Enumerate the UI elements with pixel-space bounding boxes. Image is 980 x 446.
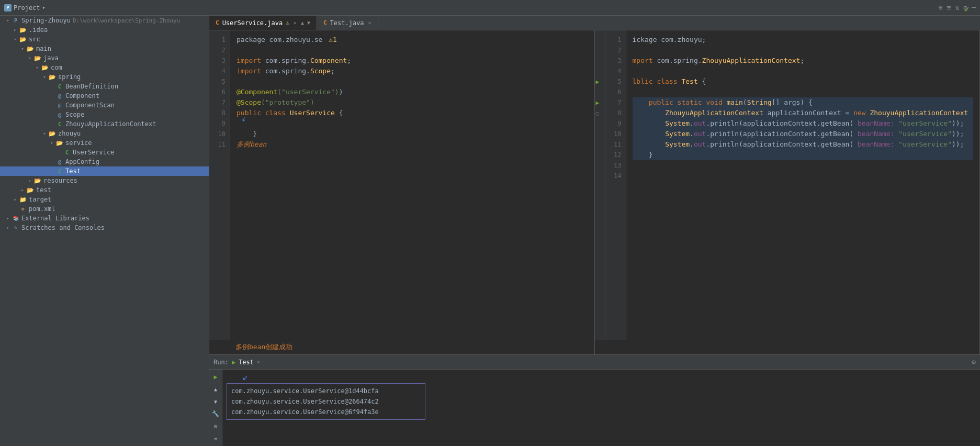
keyword-token: mport (633, 57, 653, 64)
tree-arrow[interactable]: ▸ (4, 225, 12, 230)
align-icon[interactable]: ≡ (947, 4, 951, 12)
sidebar-item-beandefinition[interactable]: C BeanDefinition (0, 82, 209, 91)
sidebar-item-service-folder[interactable]: ▾ 📂 service (0, 138, 209, 148)
right-line-num-11: 11 (610, 139, 622, 150)
right-line-num-9: 9 (610, 118, 622, 129)
tree-arrow[interactable]: ▸ (19, 187, 26, 193)
tree-item-label: ComponentScan (65, 102, 115, 109)
title-bar: P Project ▾ ⊞ ≡ ⇅ ⚙ ─ (0, 0, 980, 16)
title-dropdown-arrow[interactable]: ▾ (42, 5, 46, 10)
string-token: "userService" (898, 130, 952, 138)
tree-arrow[interactable]: ▸ (4, 216, 12, 221)
run-tab-close[interactable]: ✕ (257, 359, 260, 365)
run-panel-header: Run: ▶ Test ✕ ⚙ (209, 355, 980, 370)
at-class-icon: @ (55, 102, 64, 109)
circle-gutter-icon: ○ (596, 110, 600, 117)
plain-token: .println(applicationContext.getBean( (706, 119, 858, 127)
sidebar-item-scope[interactable]: @ Scope (0, 110, 209, 119)
sidebar-item-com[interactable]: ▾ 📂 com (0, 63, 209, 72)
class-token: System (665, 130, 690, 138)
sidebar-item-spring-zhouyu[interactable]: ▾ P Spring-Zhouyu D:\work\workspace\Spri… (0, 16, 209, 25)
sidebar-item-zhouyuappcontext[interactable]: C ZhouyuApplicationContext (0, 119, 209, 129)
plain-token: )); (952, 140, 964, 148)
tree-arrow[interactable]: ▸ (26, 178, 33, 183)
run-tool-button[interactable]: 🔧 (210, 409, 221, 419)
tab-close-button[interactable]: ✕ (294, 20, 297, 26)
tree-item-label: Scratches and Consoles (21, 224, 105, 231)
method-token: main (727, 98, 743, 106)
run-gutter-icon[interactable]: ▶ (596, 79, 600, 85)
sidebar-item-appconfig[interactable]: @ AppConfig (0, 157, 209, 166)
param-token: out (694, 140, 706, 148)
nav-down-icon[interactable]: ▼ (307, 20, 310, 26)
sort-icon[interactable]: ⇅ (955, 4, 960, 12)
plain-token (633, 130, 666, 138)
tree-arrow[interactable]: ▾ (41, 131, 48, 136)
tree-item-label: Component (65, 92, 99, 99)
sidebar-item-test[interactable]: C Test (0, 166, 209, 176)
tab-close-button[interactable]: ✕ (368, 20, 371, 26)
run-gutter-icon[interactable]: ▶ (596, 99, 600, 106)
tree-arrow[interactable]: ▸ (12, 197, 19, 202)
sidebar-item-test-src[interactable]: ▸ 📂 test (0, 185, 209, 195)
sidebar-item-java[interactable]: ▾ 📂 java (0, 53, 209, 63)
right-line-num-2: 2 (610, 45, 622, 55)
right-line-9: System.out.println(applicationContext.ge… (633, 118, 974, 129)
sidebar-item-userservice[interactable]: C UserService (0, 148, 209, 157)
sidebar-item-ext-libs[interactable]: ▸ 📚 External Libraries (0, 214, 209, 223)
test-tab[interactable]: C Test.java ✕ (317, 16, 378, 30)
right-gutter-9 (596, 118, 604, 129)
right-gutter-7[interactable]: ▶ (596, 97, 604, 108)
sidebar-item-src[interactable]: ▾ 📂 src (0, 35, 209, 44)
settings-icon[interactable]: ⚙ (963, 4, 967, 12)
tree-arrow[interactable]: ▾ (19, 46, 26, 51)
tree-arrow[interactable]: ▸ (12, 27, 19, 32)
sidebar-item-pom[interactable]: ⚙ pom.xml (0, 204, 209, 214)
grid-icon[interactable]: ⊞ (939, 4, 943, 12)
tree-arrow[interactable]: ▾ (4, 18, 12, 23)
run-tab-test[interactable]: Test (239, 359, 254, 366)
tree-item-label: com (51, 64, 62, 71)
right-line-num-10: 10 (610, 129, 622, 139)
lib-icon: 📚 (12, 215, 20, 222)
run-panel: Run: ▶ Test ✕ ⚙ ▶ ▲ ▼ 🔧 ⊜ ≡ (209, 354, 980, 446)
tree-item-label: .idea (29, 26, 48, 34)
sidebar-item-idea[interactable]: ▸ 📂 .idea (0, 25, 209, 35)
left-line-num-4: 4 (213, 66, 226, 76)
tree-arrow[interactable]: ▾ (33, 65, 41, 70)
right-gutter-5[interactable]: ▶ (596, 76, 604, 87)
sidebar-item-target[interactable]: ▸ 📁 target (0, 195, 209, 204)
sidebar-item-main[interactable]: ▾ 📂 main (0, 44, 209, 53)
right-gutter-6 (596, 87, 604, 97)
plain-token: ; (800, 57, 804, 64)
run-up-button[interactable]: ▲ (210, 384, 221, 395)
right-code-editor[interactable]: ▶▶○ 1234567891011121314 ickage com.zhouy… (595, 30, 980, 340)
run-settings-icon[interactable]: ⚙ (972, 358, 976, 366)
sidebar-item-resources[interactable]: ▸ 📂 resources (0, 176, 209, 185)
right-line-10: System.out.println(applicationContext.ge… (633, 129, 974, 139)
run-format-button[interactable]: ≡ (210, 433, 221, 444)
run-play-button[interactable]: ▶ (210, 372, 221, 382)
minimize-icon[interactable]: ─ (972, 4, 976, 12)
at-class-icon: @ (55, 92, 64, 99)
sidebar-item-scratches[interactable]: ▸ ✎ Scratches and Consoles (0, 223, 209, 232)
plain-token: ; (331, 67, 335, 75)
class-token: ZhouyuApplicationContext (870, 109, 968, 117)
tree-item-label: src (29, 36, 40, 43)
tree-arrow[interactable]: ▾ (48, 140, 55, 146)
xml-icon: ⚙ (19, 205, 27, 213)
tree-item-label: test (36, 186, 51, 194)
nav-up-icon[interactable]: ▲ (301, 20, 304, 26)
userservice-tab[interactable]: C UserService.java ⚠ ✕ ▲▼ (209, 16, 317, 30)
run-down-button[interactable]: ▼ (210, 396, 221, 407)
sidebar-item-component[interactable]: @ Component (0, 91, 209, 101)
tree-arrow[interactable]: ▾ (41, 74, 48, 80)
sidebar-item-zhouyu[interactable]: ▾ 📂 zhouyu (0, 129, 209, 138)
sidebar-item-spring[interactable]: ▾ 📂 spring (0, 72, 209, 82)
run-filter-button[interactable]: ⊜ (210, 421, 221, 432)
left-code-editor[interactable]: 1234567891011 package com.zhouyu.se ⚠1 i… (209, 30, 594, 340)
sidebar-item-componentscan[interactable]: @ ComponentScan (0, 101, 209, 110)
tree-arrow[interactable]: ▾ (26, 55, 33, 61)
tree-arrow[interactable]: ▾ (12, 37, 19, 42)
keyword-token: class (657, 77, 677, 85)
